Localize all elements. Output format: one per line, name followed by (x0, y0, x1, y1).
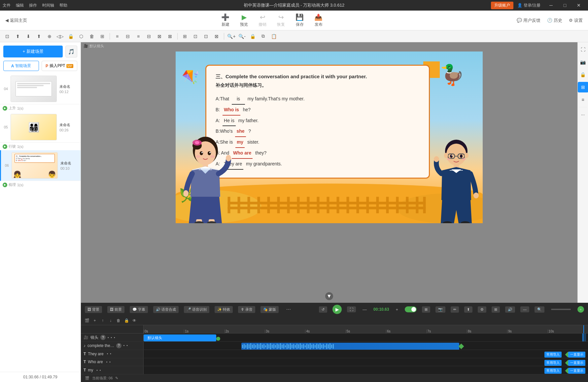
more-tl-btn[interactable]: ⋯ (284, 305, 293, 314)
lock-btn2[interactable]: 🔒 (248, 32, 257, 41)
distribute-v-btn[interactable]: ⊠ (165, 32, 175, 41)
group-btn[interactable]: ⬡ (77, 32, 86, 41)
align-hcenter-btn[interactable]: ⊟ (144, 32, 154, 41)
tl-ctrl-1[interactable]: ⊞ (422, 306, 430, 313)
voice-rec-btn[interactable]: 🎤语音识别 (184, 306, 209, 313)
copy-btn2[interactable]: ⧉ (259, 32, 268, 41)
align-btn3[interactable]: ⊡ (201, 32, 211, 41)
bg-ctrl-btn[interactable]: 🖼背景 (85, 306, 102, 313)
new-scene-button[interactable]: + 新建场景 (3, 46, 63, 57)
tl-ctrl-5[interactable]: ⚙ (478, 306, 486, 313)
zoom-slider[interactable] (551, 309, 571, 310)
minimize-button[interactable]: ─ (544, 0, 558, 11)
fullscreen-btn[interactable]: ⛶ (578, 44, 588, 55)
history-button[interactable]: 🕐 历史 (547, 17, 562, 23)
always-show-btn-who-are[interactable]: 一直显示 (568, 360, 585, 366)
more-btn[interactable]: ⊠ (212, 32, 221, 41)
effects-btn[interactable]: ✨特效 (215, 306, 233, 313)
scene-copy-btn[interactable]: ⊡ (3, 32, 12, 41)
new-tool[interactable]: ➕ 新建 (221, 13, 229, 27)
redo-tool[interactable]: ↪ 恢复 (277, 13, 285, 27)
tl-ctrl-3[interactable]: ✏ (451, 306, 459, 313)
zoom-in-btn[interactable]: 🔍+ (227, 32, 236, 41)
transition-item-2[interactable]: ▶ 行驶 1(s) (0, 143, 81, 150)
move-down-btn[interactable]: ↓ (107, 317, 114, 324)
scene-item-04[interactable]: 04 未命名 00:12 (0, 74, 81, 104)
add-track-btn[interactable]: + (91, 317, 98, 324)
transition-item-3[interactable]: ▶ 梳理 1(s) (0, 181, 81, 189)
align-down-btn[interactable]: ⬇ (24, 32, 33, 41)
import-btn-who-are[interactable]: 常用导入 (544, 360, 562, 366)
distribute-btn2[interactable]: ⊞ (180, 32, 190, 41)
flip-btn[interactable]: ◁▷ (55, 32, 65, 41)
maximize-button[interactable]: □ (558, 0, 571, 11)
lock-panel-btn[interactable]: 🔒 (578, 69, 588, 80)
tl-ctrl-8[interactable]: — (520, 306, 529, 312)
scene-item-06[interactable]: 06 三、Complete the conversation... A:That… (0, 150, 81, 181)
undo-tool[interactable]: ↩ 撤销 (259, 13, 266, 27)
paste-btn[interactable]: 📋 (269, 32, 278, 41)
preview-tool[interactable]: ▶ 预览 (240, 13, 248, 27)
visible-track-btn[interactable]: 👁 (131, 317, 138, 324)
record-btn[interactable]: 🎙录音 (238, 306, 255, 313)
feedback-button[interactable]: 💬 用户反馈 (517, 17, 540, 23)
move-up-btn[interactable]: ↑ (99, 317, 106, 324)
import-btn-my[interactable]: 常用导入 (544, 368, 562, 374)
screenshot-btn[interactable]: 📷 (578, 57, 588, 67)
import-btn-they-are[interactable]: 常用导入 (544, 352, 562, 358)
subtitle-ctrl-btn[interactable]: 💬字幕 (130, 306, 148, 313)
save-tool[interactable]: 💾 保存 (295, 13, 304, 27)
distribute-h-btn[interactable]: ⊠ (155, 32, 164, 41)
fg-ctrl-btn[interactable]: 🖼前景 (107, 306, 124, 313)
copy-btn[interactable]: ⊞ (98, 32, 107, 41)
align-btn2[interactable]: ⊡ (191, 32, 200, 41)
align-top-btn[interactable]: ⬆ (13, 32, 22, 41)
canvas-expand-button[interactable]: ▼ (325, 292, 333, 300)
tl-ctrl-6[interactable]: ⊞ (492, 306, 500, 313)
audio-waveform[interactable] (241, 343, 459, 350)
toggle-switch[interactable] (405, 306, 417, 312)
more-panel-btn[interactable]: ··· (578, 109, 588, 120)
always-show-btn-my[interactable]: 一直显示 (568, 368, 585, 374)
add-tl-btn[interactable]: + (577, 306, 584, 313)
menu-edit[interactable]: 编辑 (16, 3, 24, 8)
align-up-btn[interactable]: ⬆ (34, 32, 44, 41)
menu-timeline[interactable]: 时间轴 (42, 3, 54, 8)
layer-btn[interactable]: ⊞ (578, 82, 588, 92)
always-show-btn-they-are[interactable]: 一直显示 (568, 352, 585, 358)
insert-ppt-button[interactable]: P 插入PPT VIP (42, 61, 77, 71)
back-home-button[interactable]: ◀ 返回主页 (5, 17, 27, 23)
center-btn[interactable]: ⊕ (45, 32, 54, 41)
tl-ctrl-2[interactable]: 📷 (435, 306, 445, 313)
align-vcenter-btn[interactable]: ⊟ (123, 32, 132, 41)
delete-track-btn[interactable]: 🗑 (115, 317, 122, 324)
publish-tool[interactable]: 📤 发布 (314, 13, 323, 27)
delete-btn[interactable]: 🗑 (87, 32, 96, 41)
menu-operate[interactable]: 操作 (29, 3, 37, 8)
zoom-tl-btn[interactable]: 🔍 (535, 306, 544, 313)
expand-btn[interactable]: ⛶ (347, 306, 356, 312)
menu-bar[interactable]: 文件 编辑 操作 时间轴 帮助 (3, 3, 67, 8)
track-help[interactable]: ? (100, 335, 106, 340)
music-button[interactable]: 🎵 (65, 46, 77, 57)
play-main-button[interactable]: ▶ (332, 305, 342, 314)
scene-item-05[interactable]: 05 👨‍👩‍👧‍👦 未命名 00:26 (0, 112, 81, 143)
canvas-container[interactable]: 🪁 🦆 🌿 🌿 三、Complete the conversation and … (176, 52, 483, 223)
login-button[interactable]: 👤 登录/注册 (517, 3, 540, 8)
zoom-out-btn[interactable]: 🔍- (237, 32, 247, 41)
close-button[interactable]: ✕ (572, 0, 585, 11)
align-right-btn[interactable]: ≡ (134, 32, 143, 41)
camera-scene-bar[interactable]: 默认镜头 (144, 334, 216, 342)
ai-scene-button[interactable]: A 智能场景 (3, 61, 39, 71)
track-audio-help[interactable]: ? (116, 343, 121, 348)
lock-track-btn[interactable]: 🔒 (123, 317, 130, 324)
cover-btn[interactable]: 🎭蒙版 (260, 306, 279, 313)
menu-help[interactable]: 帮助 (59, 3, 67, 8)
settings-button[interactable]: ⚙ 设置 (569, 17, 583, 23)
default-camera-bar[interactable]: 默认镜头 (144, 334, 216, 341)
reset-btn[interactable]: ↺ (319, 306, 327, 313)
align-left-btn[interactable]: ≡ (113, 32, 122, 41)
tl-ctrl-4[interactable]: ⬆ (464, 306, 472, 313)
menu-file[interactable]: 文件 (3, 3, 11, 8)
lock-btn[interactable]: 🔒 (66, 32, 75, 41)
